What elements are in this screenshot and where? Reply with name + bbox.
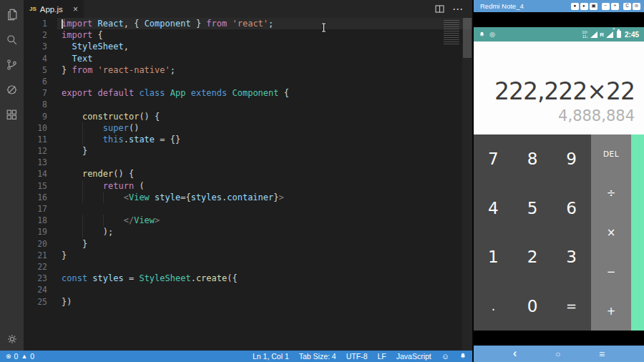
code-token: const (62, 273, 87, 283)
calc-key-7[interactable]: 7 (474, 134, 513, 184)
calc-key-4[interactable]: 4 (474, 184, 513, 233)
calc-key-5[interactable]: 5 (513, 184, 552, 233)
phone-titlebar[interactable]: Redmi Note_4 ●▸▣−+C⊙ (474, 0, 644, 12)
split-editor-icon[interactable] (435, 3, 444, 16)
rotate-button[interactable]: C (623, 3, 631, 10)
screenshot-button[interactable]: ▣ (590, 3, 597, 10)
status-item[interactable]: LF (377, 352, 386, 361)
line-number: 22 (24, 261, 57, 273)
calc-key-2[interactable]: 2 (513, 233, 552, 282)
code-line[interactable]: 20 } (24, 238, 472, 250)
code-text (57, 99, 472, 110)
code-token: . (191, 273, 196, 283)
code-token: } (273, 192, 278, 202)
code-token: < (124, 192, 129, 202)
status-bar: ⊗ 0 ▲ 0 Ln 1, Col 1Tab Size: 4UTF-8LFJav… (0, 351, 472, 362)
code-line[interactable]: 21} (24, 250, 472, 261)
calc-op-minus[interactable]: − (591, 252, 631, 291)
calc-op-divide[interactable]: ÷ (591, 174, 631, 213)
code-line[interactable]: 7export default class App extends Compon… (24, 87, 472, 99)
code-line[interactable]: 8 (24, 99, 472, 110)
code-line[interactable]: 15 return ( (24, 180, 472, 192)
android-status-bar: ◎ 10↑ 11↓ R × 2:45 (474, 27, 644, 41)
code-line[interactable]: 24 (24, 284, 472, 295)
digit-pad: 789456123.0= (474, 134, 591, 331)
code-text: this.state = {} (57, 134, 472, 145)
calc-op-multiply[interactable]: × (591, 213, 631, 253)
status-item[interactable]: Tab Size: 4 (299, 352, 336, 361)
code-line[interactable]: 18 </View> (24, 215, 472, 226)
nav-back-button[interactable]: ‹ (513, 346, 517, 361)
code-token: styles (92, 273, 123, 283)
calc-result-preview: 4,888,884 (558, 107, 635, 124)
line-number: 20 (24, 238, 57, 250)
extensions-icon[interactable] (5, 107, 19, 122)
status-item[interactable]: UTF-8 (346, 352, 368, 361)
debug-icon[interactable] (5, 82, 19, 97)
calc-key-1[interactable]: 1 (474, 233, 513, 282)
code-text: StyleSheet, (57, 41, 472, 52)
power-button[interactable]: ⊙ (633, 3, 640, 10)
more-actions-icon[interactable]: ··· (453, 4, 464, 14)
network-traffic-indicator: 10↑ 11↓ (582, 30, 588, 39)
code-line[interactable]: 14 render() { (24, 168, 472, 180)
code-text: </View> (57, 215, 472, 226)
code-line[interactable]: 25}) (24, 296, 472, 308)
code-line[interactable]: 1import React, { Component } from 'react… (24, 18, 472, 29)
code-line[interactable]: 4 Text (24, 53, 472, 64)
editor-scrollbar[interactable] (462, 18, 472, 351)
search-icon[interactable] (5, 32, 19, 47)
code-line[interactable]: 12 } (24, 145, 472, 157)
code-line[interactable]: 3 StyleSheet, (24, 41, 472, 52)
settings-gear-icon[interactable] (5, 332, 19, 346)
calc-key-0[interactable]: 0 (513, 282, 552, 331)
volume-up-button[interactable]: + (611, 3, 619, 10)
indent-guide (82, 134, 83, 145)
code-line[interactable]: 10 super() (24, 122, 472, 134)
explorer-icon[interactable] (5, 7, 19, 21)
code-text: render() { (57, 168, 472, 180)
code-line[interactable]: 13 (24, 157, 472, 168)
code-token: class (139, 88, 165, 98)
nav-menu-button[interactable]: ≡ (599, 348, 605, 360)
calc-op-plus[interactable]: + (591, 291, 631, 331)
code-editor[interactable]: 1import React, { Component } from 'react… (24, 18, 472, 351)
notifications-bell-icon[interactable] (459, 352, 467, 361)
nav-home-button[interactable]: ○ (555, 349, 560, 359)
code-line[interactable]: 16 <View style={styles.container}> (24, 192, 472, 203)
tab-close-icon[interactable]: × (73, 4, 78, 14)
volume-down-button[interactable]: − (602, 3, 610, 10)
code-line[interactable]: 2import { (24, 29, 472, 41)
status-item[interactable]: Ln 1, Col 1 (253, 352, 289, 361)
minimap[interactable] (439, 20, 459, 44)
code-token: extends (191, 88, 228, 98)
code-line[interactable]: 19 ); (24, 226, 472, 238)
calc-key-9[interactable]: 9 (552, 134, 591, 184)
code-line[interactable]: 11 this.state = {} (24, 134, 472, 145)
calc-op-del[interactable]: DEL (591, 134, 631, 174)
advanced-panel-handle[interactable] (631, 134, 644, 331)
problems-indicator[interactable]: ⊗ 0 ▲ 0 (6, 352, 34, 361)
calc-key-6[interactable]: 6 (552, 184, 591, 233)
calc-key-equals[interactable]: = (552, 282, 591, 331)
video-button[interactable]: ▸ (580, 3, 588, 10)
code-token: > (279, 192, 284, 202)
status-item[interactable]: JavaScript (396, 352, 431, 361)
calc-key-3[interactable]: 3 (552, 233, 591, 282)
scrollbar-thumb[interactable] (463, 18, 472, 58)
code-line[interactable]: 5} from 'react-native'; (24, 64, 472, 76)
code-line[interactable]: 9 constructor() { (24, 111, 472, 122)
feedback-smiley-icon[interactable]: ☺ (441, 352, 449, 361)
code-text: return ( (57, 180, 472, 192)
record-button[interactable]: ● (571, 3, 579, 10)
code-token (62, 192, 124, 202)
calc-key-dot[interactable]: . (474, 282, 513, 331)
calc-key-8[interactable]: 8 (513, 134, 552, 184)
code-token: , (124, 41, 129, 52)
code-line[interactable]: 22 (24, 261, 472, 273)
code-line[interactable]: 6 (24, 76, 472, 87)
tab-appjs[interactable]: JS App.js × (24, 0, 84, 18)
code-line[interactable]: 17 (24, 203, 472, 215)
code-line[interactable]: 23const styles = StyleSheet.create({ (24, 273, 472, 284)
source-control-icon[interactable] (5, 57, 19, 72)
